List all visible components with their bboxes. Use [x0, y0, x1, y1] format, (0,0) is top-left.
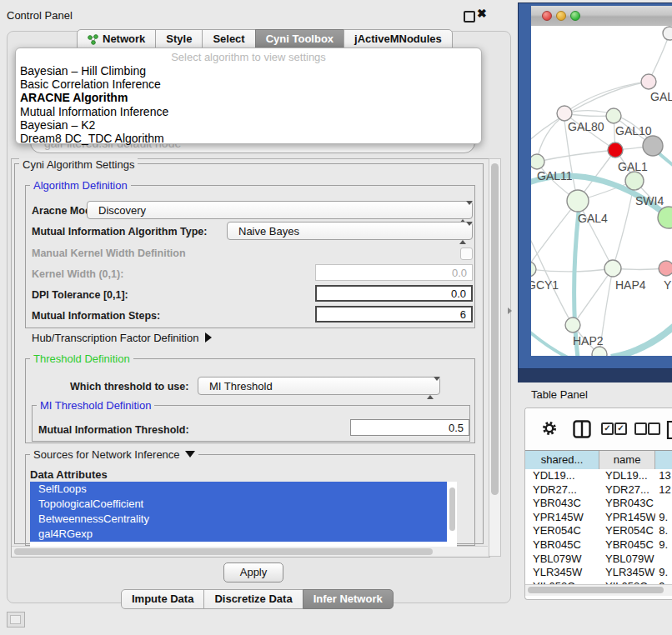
- network-window-titlebar[interactable]: [531, 6, 672, 27]
- table-cell[interactable]: 12: [655, 483, 672, 498]
- network-node-gcy1[interactable]: [531, 262, 536, 277]
- tab-infer-network[interactable]: Infer Network: [303, 589, 394, 609]
- hub-section-toggle[interactable]: Hub/Transcription Factor Definition: [32, 332, 212, 344]
- network-edge[interactable]: [531, 268, 613, 272]
- tab-discretize-data[interactable]: Discretize Data: [203, 589, 303, 609]
- minimized-panel-icon[interactable]: [7, 612, 25, 628]
- network-node[interactable]: [641, 74, 656, 89]
- network-node-gal4[interactable]: [567, 190, 589, 212]
- table-cell[interactable]: YER054C: [599, 524, 655, 538]
- unchecked-box-icon[interactable]: [648, 422, 660, 435]
- list-vertical-scrollbar[interactable]: [448, 482, 457, 547]
- splitter-handle[interactable]: [508, 308, 512, 314]
- table-cell[interactable]: 9.: [655, 511, 672, 525]
- kernel-width-field[interactable]: [315, 264, 473, 281]
- float-window-icon[interactable]: [464, 11, 475, 22]
- sources-group-toggle[interactable]: Sources for Network Inference: [30, 448, 198, 461]
- column-header-cut[interactable]: [655, 451, 672, 469]
- settings-horizontal-scrollbar[interactable]: [12, 546, 488, 557]
- table-row[interactable]: YBL079WYBL079W: [525, 552, 672, 567]
- network-canvas[interactable]: GALGAL80GAL10GAL1GAL11SWI4GAL4GCY1HAP4YH…: [531, 26, 672, 356]
- table-cell[interactable]: YLR345W: [525, 566, 599, 580]
- close-icon[interactable]: ✖: [477, 7, 487, 20]
- network-node-gal10[interactable]: [606, 108, 621, 123]
- scrollbar-thumb[interactable]: [449, 488, 455, 531]
- scrollbar-thumb[interactable]: [14, 548, 433, 555]
- table-row[interactable]: YDL19...YDL19...13: [525, 469, 672, 483]
- apply-button[interactable]: Apply: [223, 562, 283, 582]
- zoom-traffic-light-icon[interactable]: [570, 11, 580, 21]
- column-header-name[interactable]: name: [599, 451, 655, 469]
- dropdown-item[interactable]: Dream8 DC_TDC Algorithm: [16, 132, 481, 145]
- tab-style[interactable]: Style: [155, 29, 203, 49]
- mi-threshold-field[interactable]: [350, 419, 469, 436]
- table-cell[interactable]: [655, 552, 672, 567]
- table-cell[interactable]: YBR043C: [599, 497, 655, 511]
- network-node[interactable]: [592, 347, 607, 356]
- tab-jactivemnodules[interactable]: jActiveMNodules: [344, 29, 453, 49]
- tab-select[interactable]: Select: [202, 29, 255, 49]
- which-threshold-select[interactable]: MI Threshold: [198, 377, 440, 395]
- dpi-tolerance-field[interactable]: [315, 285, 473, 302]
- network-node[interactable]: [643, 136, 663, 156]
- network-node-hap2[interactable]: [565, 318, 580, 332]
- dropdown-item[interactable]: Bayesian – Hill Climbing: [16, 64, 481, 78]
- network-edge[interactable]: [531, 201, 578, 269]
- gear-icon[interactable]: [541, 420, 558, 437]
- network-node[interactable]: [663, 27, 672, 40]
- table-cell[interactable]: YPR145W: [525, 511, 599, 525]
- tab-network[interactable]: Network: [77, 29, 156, 49]
- table-row[interactable]: YBR043CYBR043C: [525, 497, 672, 511]
- table-cell[interactable]: YBL079W: [599, 552, 655, 567]
- settings-vertical-scrollbar[interactable]: [489, 158, 501, 557]
- table-row[interactable]: YDR27...YDR27...12: [525, 483, 672, 498]
- list-item[interactable]: BetweennessCentrality: [30, 512, 447, 527]
- checked-box-icon[interactable]: ✓: [614, 422, 627, 435]
- table-cell[interactable]: YDL19...: [599, 469, 655, 483]
- network-edge-highlighted[interactable]: [611, 326, 672, 356]
- table-cell[interactable]: YDR27...: [599, 483, 655, 498]
- table-row[interactable]: YPR145WYPR145W9.: [525, 511, 672, 525]
- table-row[interactable]: YLR345WYLR345W9.: [525, 566, 672, 580]
- table-cell[interactable]: 9.: [655, 566, 672, 580]
- mi-type-select[interactable]: Naive Bayes: [227, 222, 473, 240]
- manual-kernel-checkbox[interactable]: [460, 248, 473, 260]
- table-cell[interactable]: YBL079W: [525, 552, 599, 567]
- table-row[interactable]: YER054CYER054C8.: [525, 524, 672, 538]
- dropdown-item[interactable]: Bayesian – K2: [16, 118, 481, 132]
- dropdown-item-selected[interactable]: ARACNE Algorithm: [16, 91, 481, 104]
- list-item[interactable]: gal4RGexp: [30, 527, 447, 542]
- page-icon[interactable]: [666, 420, 672, 440]
- network-node-hap4[interactable]: [604, 260, 621, 277]
- network-node-gal1[interactable]: [608, 142, 623, 158]
- unchecked-box-icon[interactable]: [634, 422, 647, 435]
- table-cell[interactable]: YER054C: [525, 524, 599, 538]
- table-row[interactable]: YBR045CYBR045C9.: [525, 538, 672, 552]
- network-node-gal11[interactable]: [531, 154, 544, 169]
- table-cell[interactable]: 13: [655, 469, 672, 483]
- network-edge-highlighted[interactable]: [531, 328, 568, 356]
- table-cell[interactable]: YPR145W: [599, 511, 655, 525]
- table-cell[interactable]: YBR043C: [525, 497, 599, 511]
- table-cell[interactable]: 8.: [655, 524, 672, 538]
- table-cell[interactable]: YBR045C: [525, 538, 599, 552]
- scrollbar-thumb[interactable]: [528, 587, 664, 593]
- scrollbar-thumb[interactable]: [491, 163, 499, 495]
- dropdown-item[interactable]: Basic Correlation Inference: [16, 78, 481, 91]
- network-edge[interactable]: [531, 228, 573, 325]
- tab-cyni-toolbox[interactable]: Cyni Toolbox: [255, 29, 344, 49]
- list-item[interactable]: TopologicalCoefficient: [30, 497, 447, 512]
- table-horizontal-scrollbar[interactable]: [525, 584, 672, 596]
- dropdown-item[interactable]: Mutual Information Inference: [16, 105, 481, 118]
- network-node-swi4[interactable]: [625, 172, 644, 190]
- aracne-mode-select[interactable]: Discovery: [87, 201, 473, 219]
- network-edge[interactable]: [537, 150, 615, 162]
- table-cell[interactable]: [655, 497, 672, 511]
- table-cell[interactable]: 9.: [655, 538, 672, 552]
- checked-box-icon[interactable]: ✓: [601, 422, 614, 435]
- close-traffic-light-icon[interactable]: [542, 11, 552, 21]
- table-cell[interactable]: YLR345W: [599, 566, 655, 580]
- mi-steps-field[interactable]: [315, 306, 473, 322]
- network-node-y[interactable]: [659, 261, 672, 276]
- network-edge[interactable]: [573, 268, 613, 325]
